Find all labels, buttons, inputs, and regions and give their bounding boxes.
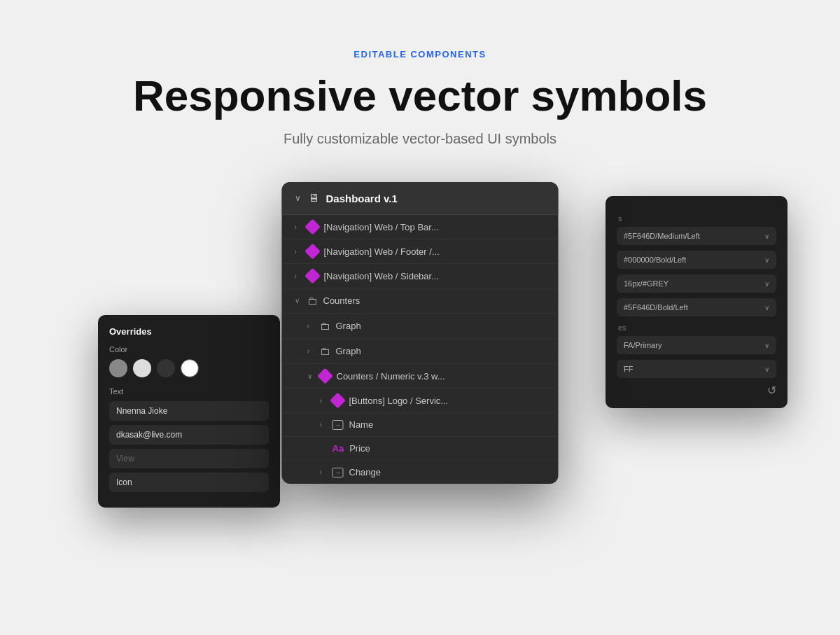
right-panel-row-text-1: #5F646D/Medium/Left <box>624 232 700 240</box>
tree-chevron: › <box>320 421 327 428</box>
tree-item[interactable]: ›→Name <box>282 413 559 437</box>
left-panel: Overrides Color Text Nnenna Jioke dkasak… <box>98 315 280 508</box>
color-swatch-dark[interactable] <box>157 359 175 377</box>
right-panel-row-text-5: FA/Primary <box>624 341 662 349</box>
text-label: Text <box>109 387 269 396</box>
folder-icon: 🗀 <box>320 345 330 357</box>
right-panel-row-3[interactable]: 16px/#GREY ∨ <box>617 274 776 293</box>
tree-chevron: ∨ <box>295 297 302 305</box>
chevron-icon-5: ∨ <box>764 342 769 349</box>
chevron-icon-3: ∨ <box>764 280 769 288</box>
tree-item[interactable]: ∨Counters / Numeric v.3 w... <box>282 364 559 389</box>
tree-item-text: [Navigation] Web / Footer /... <box>324 246 546 257</box>
diamond-icon <box>304 219 321 235</box>
tree-chevron: › <box>295 248 302 256</box>
tree-container: ›[Navigation] Web / Top Bar...›[Navigati… <box>282 215 559 484</box>
tree-item-text: Counters <box>323 295 546 306</box>
tree-item-text: [Navigation] Web / Sidebar... <box>324 271 546 281</box>
tree-item[interactable]: ›[Navigation] Web / Top Bar... <box>282 215 559 239</box>
header-label: EDITABLE COMPONENTS <box>0 49 840 60</box>
header-subtitle: Fully customizable vector-based UI symbo… <box>0 131 840 147</box>
frame-icon: → <box>332 468 344 477</box>
text-field-name[interactable]: Nnenna Jioke <box>109 401 269 421</box>
folder-icon: 🗀 <box>307 295 318 307</box>
tree-item-text: Graph <box>336 346 546 356</box>
reset-area: ↺ <box>617 384 776 397</box>
right-panel-row-text-3: 16px/#GREY <box>624 279 668 288</box>
right-panel-section-es: es <box>618 323 776 332</box>
chevron-icon-4: ∨ <box>764 304 769 312</box>
tree-item-text: Name <box>349 419 546 430</box>
diamond-icon <box>304 244 321 260</box>
mockup-area: s #5F646D/Medium/Left ∨ #000000/Bold/Lef… <box>0 182 840 574</box>
tree-item[interactable]: ›[Navigation] Web / Footer /... <box>282 239 559 264</box>
header-section: EDITABLE COMPONENTS Responsive vector sy… <box>0 0 840 161</box>
tree-item[interactable]: ›🗀Graph <box>282 339 559 364</box>
right-panel-row-5[interactable]: FA/Primary ∨ <box>617 336 776 354</box>
tree-chevron: › <box>307 322 314 330</box>
right-panel-row-2[interactable]: #000000/Bold/Left ∨ <box>617 251 776 269</box>
main-panel: ∨ 🖥 Dashboard v.1 ›[Navigation] Web / To… <box>282 182 559 484</box>
tree-item-text: [Buttons] Logo / Servic... <box>349 396 546 406</box>
tree-chevron: › <box>307 347 314 355</box>
color-swatch-gray[interactable] <box>109 359 127 377</box>
header-title: Responsive vector symbols <box>0 72 840 120</box>
diamond-icon <box>304 268 321 284</box>
overrides-title: Overrides <box>109 326 269 337</box>
tree-item[interactable]: ›🗀Graph <box>282 314 559 339</box>
diamond-icon <box>330 393 346 409</box>
color-swatch-light[interactable] <box>133 359 151 377</box>
right-panel-row-1[interactable]: #5F646D/Medium/Left ∨ <box>617 227 776 245</box>
chevron-icon-6: ∨ <box>764 365 769 373</box>
folder-icon: 🗀 <box>320 320 330 332</box>
tree-item[interactable]: AaPrice <box>282 437 559 461</box>
reset-icon[interactable]: ↺ <box>767 384 776 397</box>
tree-item[interactable]: ›→Change <box>282 461 559 484</box>
tree-item[interactable]: ∨🗀Counters <box>282 288 559 314</box>
chevron-icon-2: ∨ <box>764 256 769 264</box>
tree-item-text: Price <box>349 443 545 454</box>
diamond-icon <box>317 368 333 384</box>
text-field-view[interactable]: View <box>109 449 269 468</box>
main-panel-header: ∨ 🖥 Dashboard v.1 <box>282 182 559 215</box>
right-panel: s #5F646D/Medium/Left ∨ #000000/Bold/Lef… <box>606 196 788 408</box>
color-circles <box>109 359 269 377</box>
right-panel-row-6[interactable]: FF ∨ <box>617 360 776 378</box>
tree-item-text: [Navigation] Web / Top Bar... <box>324 222 546 232</box>
frame-icon: → <box>332 420 344 430</box>
tree-item-text: Change <box>349 467 546 477</box>
panel-header-title: Dashboard v.1 <box>326 193 398 204</box>
right-panel-section-s: s <box>618 214 776 223</box>
tree-chevron: › <box>295 272 302 280</box>
tree-chevron: › <box>320 397 327 405</box>
tree-chevron: › <box>295 223 302 231</box>
color-swatch-white[interactable] <box>181 359 199 377</box>
text-field-icon[interactable]: Icon <box>109 473 269 492</box>
right-panel-row-4[interactable]: #5F646D/Bold/Left ∨ <box>617 298 776 316</box>
tree-item[interactable]: ›[Buttons] Logo / Servic... <box>282 389 559 413</box>
chevron-icon-1: ∨ <box>764 232 769 240</box>
color-label: Color <box>109 345 269 354</box>
panel-collapse-chevron[interactable]: ∨ <box>295 193 301 203</box>
tree-chevron: ∨ <box>307 372 314 380</box>
right-panel-row-text-6: FF <box>624 365 633 373</box>
tree-item[interactable]: ›[Navigation] Web / Sidebar... <box>282 264 559 288</box>
tree-item-text: Counters / Numeric v.3 w... <box>337 371 546 382</box>
tree-item-text: Graph <box>336 321 546 331</box>
right-panel-row-text-4: #5F646D/Bold/Left <box>624 303 688 312</box>
panel-header-icon: 🖥 <box>308 192 319 204</box>
text-field-email[interactable]: dkasak@live.com <box>109 425 269 445</box>
right-panel-row-text-2: #000000/Bold/Left <box>624 256 686 264</box>
tree-chevron: › <box>320 468 327 476</box>
text-type-icon: Aa <box>332 443 344 454</box>
